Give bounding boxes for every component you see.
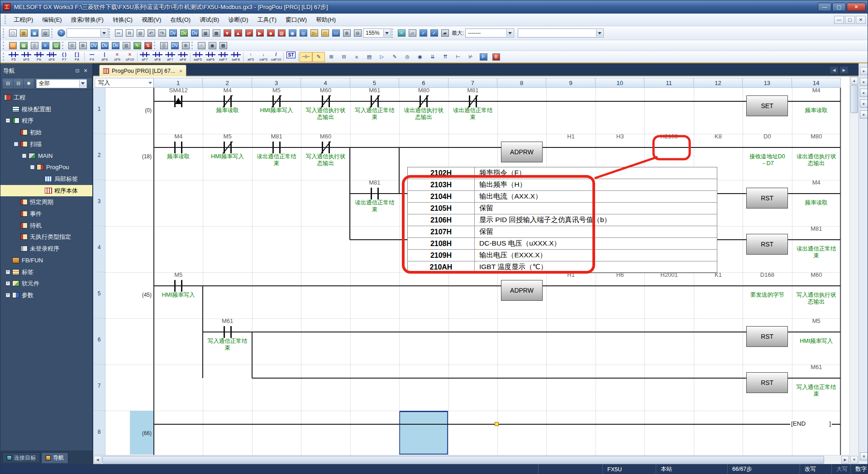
invert-button[interactable]: /caF10 — [270, 51, 282, 62]
tree-expand-icon[interactable]: + — [6, 293, 10, 297]
tree-item-局部标签[interactable]: 局部标签 — [0, 173, 92, 185]
write-mode-icon[interactable]: ✎ — [388, 52, 401, 62]
vertical-scrollbar[interactable]: ▲ ▼ — [849, 76, 858, 464]
contact-normally-closed[interactable] — [466, 95, 480, 107]
tree-item-事件[interactable]: 事件 — [0, 208, 92, 219]
verify-with-plc-icon[interactable]: ⇄ — [244, 28, 254, 38]
simulation-start-icon[interactable]: ▷ — [309, 28, 319, 38]
docking-icon[interactable]: ▩ — [211, 28, 221, 38]
contact-normally-open[interactable] — [171, 280, 186, 292]
instruction-box-rst[interactable]: RST — [746, 372, 788, 393]
contact-normally-open[interactable] — [269, 142, 284, 153]
element-selection-icon[interactable]: ▫ — [196, 41, 206, 51]
tree-item-参数[interactable]: +参数 — [0, 289, 92, 301]
menu-item-9[interactable]: 工具(T) — [253, 14, 281, 25]
remote-operation-icon[interactable]: ▶ — [255, 28, 265, 38]
menu-item-7[interactable]: 调试(B) — [195, 14, 224, 25]
instruction-box-rst[interactable]: RST — [746, 188, 788, 209]
zoom-in-icon[interactable]: ⊕ — [342, 28, 352, 38]
program-check-icon[interactable]: ▱ — [407, 28, 417, 38]
vertical-scroll-thumb[interactable] — [850, 85, 858, 113]
help-icon[interactable]: ? — [56, 28, 66, 38]
instruction-box-rst[interactable]: RST — [746, 234, 788, 255]
tree-sync-icon[interactable]: ⊟ — [3, 79, 13, 88]
element-selection-window-button[interactable]: ▸ — [860, 67, 868, 75]
undo-icon[interactable]: ↶ — [146, 28, 156, 38]
edit-mode-combo[interactable]: 写入 — [95, 78, 154, 88]
contact-normally-closed[interactable] — [269, 95, 284, 107]
cross-reference-icon[interactable]: ▥ — [121, 41, 131, 51]
tree-item-MAIN[interactable]: −MAIN — [0, 150, 92, 161]
instruction-box-rst[interactable]: RST — [746, 326, 788, 347]
menu-item-8[interactable]: 诊断(D) — [224, 14, 253, 25]
pin-icon[interactable]: ⊡ — [73, 67, 81, 75]
tree-item-待机[interactable]: 待机 — [0, 220, 92, 231]
open-contact-button[interactable]: F5 — [7, 51, 20, 62]
nav-tab-连接目标[interactable]: 连接目标 — [2, 452, 40, 463]
instruction-box-adprw[interactable]: ADPRW — [501, 280, 543, 301]
watch-window-button[interactable]: ▸ — [860, 89, 868, 97]
verify-result-window-button[interactable]: ▸ — [860, 78, 868, 86]
mdi-close-button[interactable]: ✕ — [856, 16, 866, 24]
network-configuration-icon[interactable]: ⌗ — [396, 28, 406, 38]
scroll-right-icon[interactable]: ▶ — [841, 456, 849, 464]
device-network-icon[interactable]: Dv — [110, 41, 120, 51]
device-batch-icon[interactable]: Dv — [190, 28, 200, 38]
module-configuration-icon[interactable]: ▦ — [19, 41, 29, 51]
contact-normally-closed[interactable] — [319, 142, 333, 153]
falling-pulse-close-button[interactable]: ↓saF6 — [204, 51, 217, 62]
tree-expand-icon[interactable]: − — [14, 142, 18, 146]
print-icon[interactable]: ▤ — [40, 28, 50, 38]
tree-item-软元件[interactable]: +软元件 — [0, 278, 92, 289]
ladder-edit-mode-icon[interactable]: ⊣⊢ — [300, 52, 312, 62]
tab-scroll-right-icon[interactable]: ▶ — [839, 66, 849, 74]
plc-diagnostics-icon[interactable]: ■ — [266, 28, 276, 38]
tree-item-无执行类型指定[interactable]: 无执行类型指定 — [0, 231, 92, 242]
tree-item-初始[interactable]: 初始 — [0, 127, 92, 138]
scroll-down-icon[interactable]: ▼ — [850, 456, 858, 464]
device-write-icon[interactable]: DV — [89, 41, 99, 51]
contact-normally-open[interactable] — [367, 188, 382, 199]
falling-close-or-button[interactable]: ↓saF8 — [229, 51, 242, 62]
document-tab[interactable]: ProgPou [PRG] [LD] 67... × — [99, 65, 186, 76]
menu-item-4[interactable]: 转换(C) — [108, 14, 137, 25]
monitor-write-mode-icon[interactable]: ◉ — [414, 52, 426, 62]
rising-close-or-button[interactable]: ↑saF7 — [217, 51, 229, 62]
device-monitor-icon[interactable]: DV — [170, 41, 180, 51]
tree-item-工程[interactable]: 工程 — [0, 92, 92, 103]
smart-edit-icon[interactable]: ✎ — [312, 52, 325, 62]
program-editor-icon[interactable]: ≡ — [40, 41, 50, 51]
convert-check-icon[interactable]: ✓ — [418, 28, 428, 38]
find-replace-icon[interactable]: ⊛ — [78, 41, 88, 51]
tab-close-icon[interactable]: × — [179, 68, 182, 74]
device-search-icon[interactable]: ⊕ — [181, 41, 191, 51]
close-contact-button[interactable]: /F6 — [33, 51, 45, 62]
zoom-fit-icon[interactable]: ▭ — [331, 28, 341, 38]
falling-pulse-button[interactable]: ↓sF8 — [151, 51, 164, 62]
contact-normally-open[interactable] — [171, 142, 186, 153]
rising-pulse-close-button[interactable]: ↑saF5 — [191, 51, 204, 62]
setting-icon[interactable]: ▰ — [440, 28, 450, 38]
menu-item-1[interactable]: 工程(P) — [9, 14, 38, 25]
menu-item-5[interactable]: 视图(V) — [137, 14, 166, 25]
disabled-tool-icon[interactable]: ▒ — [159, 41, 169, 51]
horizontal-scrollbar[interactable]: ◀ ▶ — [93, 455, 849, 464]
tree-expand-icon[interactable]: − — [30, 165, 34, 169]
contact-normally-closed[interactable] — [416, 95, 431, 107]
tree-expand-icon[interactable]: + — [6, 270, 10, 274]
new-file-icon[interactable]: ▢ — [8, 28, 18, 38]
comment-display-icon[interactable]: ⊞ — [325, 52, 338, 62]
mdi-minimize-button[interactable]: — — [834, 16, 844, 24]
cut-icon[interactable]: ✂ — [114, 28, 124, 38]
device-read-icon[interactable]: Dv — [100, 41, 110, 51]
tree-item-标签[interactable]: +标签 — [0, 266, 92, 278]
open-contact-or-button[interactable]: sF5 — [20, 51, 33, 62]
delete-horizontal-button[interactable]: ✕cF9 — [111, 51, 124, 62]
contact-normally-closed[interactable] — [220, 142, 235, 153]
invert-result-button[interactable]: ↓caF5 — [257, 51, 270, 62]
close-icon[interactable]: ✕ — [81, 67, 90, 75]
monitor-mode-icon[interactable]: ◎ — [401, 52, 414, 62]
io-check-icon[interactable]: ⇅ — [143, 41, 153, 51]
zoom-out-icon[interactable]: ⊖ — [353, 28, 362, 38]
monitor-stop-icon[interactable]: ◎ — [298, 28, 308, 38]
